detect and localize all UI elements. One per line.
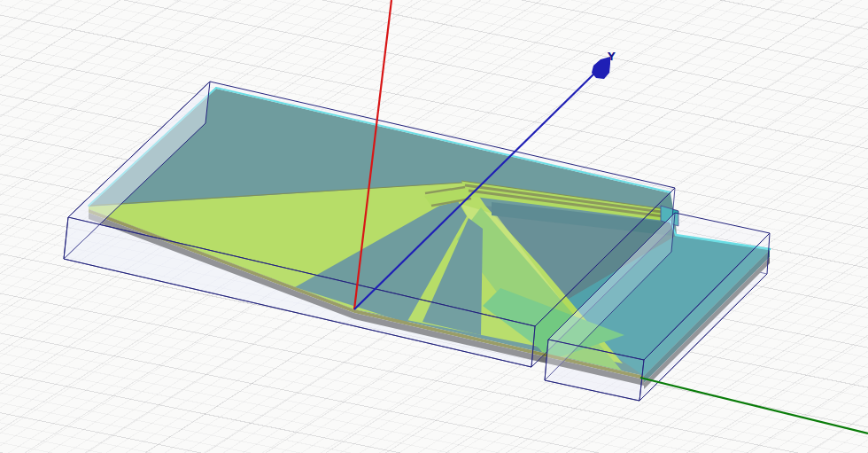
- model-canvas[interactable]: Y: [0, 0, 868, 453]
- y-axis-label: Y: [607, 51, 616, 63]
- x-axis-line: [640, 378, 868, 433]
- modeler-viewport[interactable]: Y: [0, 0, 868, 453]
